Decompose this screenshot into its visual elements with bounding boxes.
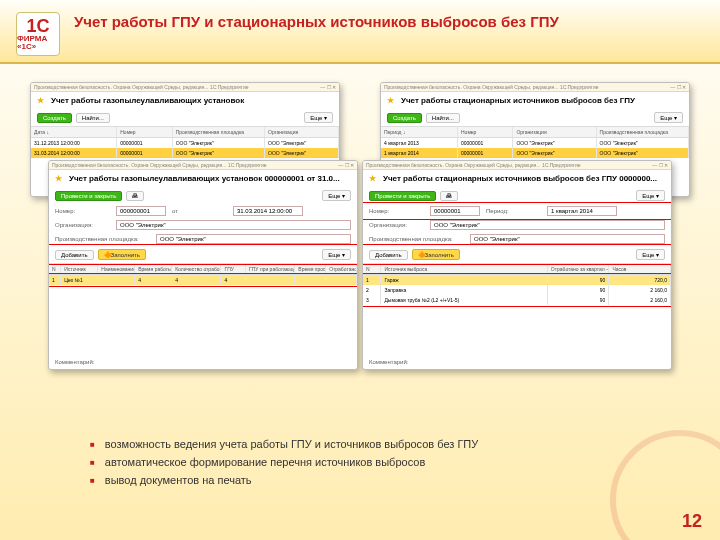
grid-header: Период ↓ Номер Организация Производствен…: [381, 126, 689, 138]
form-row: Номер: 000000001 от 31.03.2014 12:00:00: [49, 204, 357, 218]
label: Период:: [486, 208, 541, 214]
table-row[interactable]: 3 Дымовая труба №2 (L2 +/+V1-5) 90 2 160…: [363, 295, 671, 305]
doc-title-row: ★ Учет работы стационарных источников вы…: [381, 92, 689, 109]
col: Наименование: [98, 264, 135, 274]
titlebar: Производственная безопасность. Охрана Ок…: [363, 161, 671, 170]
add-button[interactable]: Добавить: [369, 250, 408, 260]
post-close-button[interactable]: Провести и закрыть: [369, 191, 436, 201]
col: Дата: [34, 129, 45, 135]
slide-header: 1С ФИРМА «1С» Учет работы ГПУ и стациона…: [0, 0, 720, 64]
window-sources-form: Производственная безопасность. Охрана Ок…: [362, 160, 672, 370]
more-button[interactable]: Еще ▾: [636, 249, 665, 260]
col: Период: [384, 129, 402, 135]
comment-label: Комментарий:: [55, 359, 94, 365]
fill-button[interactable]: 🔶 Заполнить: [412, 249, 460, 260]
site-field[interactable]: ООО "Электрик": [470, 234, 665, 244]
col: Время простоя: [295, 264, 326, 274]
toolbar: Провести и закрыть 🖶 Еще ▾: [363, 187, 671, 204]
win-controls-icon: — ☐ ✕: [670, 84, 686, 90]
form-row: Производственная площадка: ООО "Электрик…: [49, 232, 357, 246]
period-field[interactable]: 1 квартал 2014: [547, 206, 617, 216]
table-row[interactable]: 1 квартал 2014 00000001 ООО "Электрик" О…: [381, 148, 689, 158]
doc-title: Учет работы газопылеулавливающих установ…: [51, 96, 244, 105]
table-row[interactable]: 2 Заправка 90 2 160,0: [363, 285, 671, 295]
col: Часов: [609, 264, 671, 274]
print-icon[interactable]: 🖶: [126, 191, 144, 201]
toolbar: Создать Найти... Еще ▾: [381, 109, 689, 126]
fill-toolbar: Добавить 🔶 Заполнить Еще ▾: [363, 246, 671, 263]
col: Отработано: [326, 264, 357, 274]
doc-title: Учет работы стационарных источников выбр…: [401, 96, 635, 105]
doc-title-row: ★ Учет работы газопылеулавливающих устан…: [31, 92, 339, 109]
date-field[interactable]: 31.03.2014 12:00:00: [233, 206, 303, 216]
fill-toolbar: Добавить 🔶 Заполнить Еще ▾: [49, 246, 357, 263]
number-field[interactable]: 00000001: [430, 206, 480, 216]
app-caption: Производственная безопасность. Охрана Ок…: [52, 162, 267, 168]
col: Время работы в сутки: [135, 264, 172, 274]
site-field[interactable]: ООО "Электрик": [156, 234, 351, 244]
titlebar: Производственная безопасность. Охрана Ок…: [31, 83, 339, 92]
doc-title-row: ★ Учет работы стационарных источников вы…: [363, 170, 671, 187]
slide-title: Учет работы ГПУ и стационарных источнико…: [74, 12, 559, 32]
more-button[interactable]: Еще ▾: [322, 249, 351, 260]
titlebar: Производственная безопасность. Охрана Ок…: [381, 83, 689, 92]
create-button[interactable]: Создать: [37, 113, 72, 123]
fill-button[interactable]: 🔶 Заполнить: [98, 249, 146, 260]
label: Производственная площадка:: [55, 236, 150, 242]
table-row[interactable]: 31.12.2013 12:00:00 00000001 ООО "Электр…: [31, 138, 339, 148]
form-row: Организация: ООО "Электрик": [363, 218, 671, 232]
find-button[interactable]: Найти...: [426, 113, 460, 123]
org-field[interactable]: ООО "Электрик": [430, 220, 665, 230]
col: Источник выброса: [381, 264, 547, 274]
win-controls-icon: — ☐ ✕: [320, 84, 336, 90]
col: Количество отработанных часов: [172, 264, 221, 274]
app-caption: Производственная безопасность. Охрана Ок…: [384, 84, 599, 90]
bullet-list: возможность ведения учета работы ГПУ и и…: [90, 438, 478, 492]
doc-title-row: ★ Учет работы газопылеулавливающих устан…: [49, 170, 357, 187]
print-icon[interactable]: 🖶: [440, 191, 458, 201]
table-row[interactable]: 1 Цех №1 4 4 4: [49, 275, 357, 285]
screenshot-area: Производственная безопасность. Охрана Ок…: [30, 82, 690, 392]
label: от: [172, 208, 227, 214]
create-button[interactable]: Создать: [387, 113, 422, 123]
post-close-button[interactable]: Провести и закрыть: [55, 191, 122, 201]
corner-decoration: [610, 430, 720, 540]
logo-1c: 1С ФИРМА «1С»: [16, 12, 60, 56]
form-row: Производственная площадка: ООО "Электрик…: [363, 232, 671, 246]
table-row[interactable]: 4 квартал 2013 00000001 ООО "Электрик" О…: [381, 138, 689, 148]
more-button[interactable]: Еще ▾: [304, 112, 333, 123]
app-caption: Производственная безопасность. Охрана Ок…: [34, 84, 249, 90]
star-icon: ★: [387, 96, 394, 105]
add-button[interactable]: Добавить: [55, 250, 94, 260]
logo-sub: ФИРМА «1С»: [17, 35, 59, 51]
more-button[interactable]: Еще ▾: [654, 112, 683, 123]
toolbar: Провести и закрыть 🖶 Еще ▾: [49, 187, 357, 204]
form-row: Организация: ООО "Электрик": [49, 218, 357, 232]
number-field[interactable]: 000000001: [116, 206, 166, 216]
col: Номер: [458, 127, 513, 137]
app-caption: Производственная безопасность. Охрана Ок…: [366, 162, 581, 168]
grid-header: Дата ↓ Номер Производственная площадка О…: [31, 126, 339, 138]
col: Номер: [117, 127, 172, 137]
col: ГПУ: [221, 264, 246, 274]
doc-title: Учет работы стационарных источников выбр…: [383, 174, 657, 183]
titlebar: Производственная безопасность. Охрана Ок…: [49, 161, 357, 170]
table-row[interactable]: 31.03.2014 12:00:00 00000001 ООО "Электр…: [31, 148, 339, 158]
org-field[interactable]: ООО "Электрик": [116, 220, 351, 230]
grid-header: N Источник выброса Отработано за квартал…: [363, 263, 671, 275]
star-icon: ★: [369, 174, 376, 183]
label: Организация:: [55, 222, 110, 228]
more-button[interactable]: Еще ▾: [322, 190, 351, 201]
list-item: возможность ведения учета работы ГПУ и и…: [90, 438, 478, 450]
label: Производственная площадка:: [369, 236, 464, 242]
win-controls-icon: — ☐ ✕: [652, 162, 668, 168]
more-button[interactable]: Еще ▾: [636, 190, 665, 201]
label: Организация:: [369, 222, 424, 228]
label: Номер:: [369, 208, 424, 214]
col: ГПУ при работающем оборудовании: [246, 264, 295, 274]
col: Отработано за квартал — Дней: [548, 264, 610, 274]
comment-label: Комментарий:: [369, 359, 408, 365]
col: Производственная площадка: [173, 127, 265, 137]
table-row[interactable]: 1 Гараж 90 720,0: [363, 275, 671, 285]
find-button[interactable]: Найти...: [76, 113, 110, 123]
